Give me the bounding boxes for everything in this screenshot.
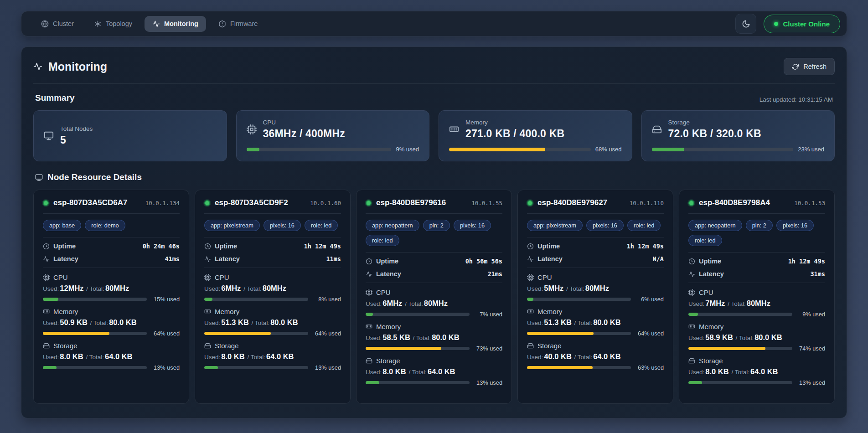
cpu-metric-label: CPU: [527, 273, 664, 281]
card-label: CPU: [263, 119, 345, 126]
percent-label: 64% used: [636, 330, 664, 337]
progress-row: 64% used: [527, 330, 664, 337]
tab-label: Topology: [106, 20, 132, 27]
cpu-metric: CPU Used:7MHz / Total:80MHz 9% used: [688, 289, 825, 318]
storage-values: Used:8.0 KB / Total:64.0 KB: [204, 352, 341, 361]
latency-label: Latency: [366, 270, 401, 278]
progress-bar: [527, 332, 631, 335]
cpu-metric: CPU Used:5MHz / Total:80MHz 6% used: [527, 273, 664, 303]
tab-firmware[interactable]: Firmware: [211, 16, 265, 32]
tab-topology[interactable]: Topology: [86, 16, 140, 32]
nodes-section-heading: Node Resource Details: [35, 172, 833, 182]
memory-values: Used:51.3 KB / Total:80.0 KB: [204, 318, 341, 327]
node-ip: 10.0.1.60: [310, 200, 341, 206]
nav-tabs: Cluster Topology Monitoring Firmware: [28, 16, 265, 32]
percent-label: 23% used: [798, 146, 824, 153]
progress-row: 15% used: [43, 296, 180, 303]
card-value: 36MHz / 400MHz: [263, 128, 345, 140]
progress-bar: [527, 298, 631, 301]
hard-drive-icon: [43, 342, 50, 349]
tab-cluster[interactable]: Cluster: [33, 16, 82, 32]
storage-metric: Storage Used:8.0 KB / Total:64.0 KB 13% …: [204, 342, 341, 371]
progress-bar: [366, 313, 470, 316]
storage-values: Used:40.0 KB / Total:64.0 KB: [527, 352, 664, 361]
node-metrics: CPU Used:6MHz / Total:80MHz 7% used Memo…: [366, 283, 502, 386]
page-title: Monitoring: [33, 60, 107, 73]
memory-values: Used:58.5 KB / Total:80.0 KB: [366, 333, 502, 342]
progress-row: 7% used: [366, 311, 502, 318]
progress-row: 9% used: [688, 311, 825, 318]
node-card: esp-807D3A5CD9F2 10.0.1.60 app: pixelstr…: [195, 190, 351, 404]
memory-icon: [204, 308, 211, 315]
memory-metric: Memory Used:58.5 KB / Total:80.0 KB 73% …: [366, 323, 502, 352]
node-metrics: CPU Used:5MHz / Total:80MHz 6% used Memo…: [527, 268, 664, 371]
storage-metric: Storage Used:40.0 KB / Total:64.0 KB 63%…: [527, 342, 664, 371]
tag-badge: pin: 2: [746, 220, 773, 231]
node-name: esp-840D8E9798A4: [699, 198, 770, 207]
tag-badge: pixels: 16: [586, 220, 624, 231]
tag-badge: role: demo: [85, 220, 125, 231]
memory-metric-label: Memory: [366, 323, 502, 330]
progress-bar: [43, 366, 147, 369]
latency-label: Latency: [204, 255, 240, 263]
activity-icon: [527, 256, 534, 263]
percent-label: 64% used: [151, 330, 180, 337]
refresh-label: Refresh: [803, 63, 827, 70]
hard-drive-icon: [204, 342, 211, 349]
cpu-metric: CPU Used:6MHz / Total:80MHz 8% used: [204, 273, 341, 303]
uptime-row: Uptime 1h 12m 49s: [688, 258, 825, 265]
storage-metric-label: Storage: [366, 357, 502, 365]
progress-row: 8% used: [204, 296, 341, 303]
latency-row: Latency 41ms: [43, 255, 180, 263]
percent-label: 9% used: [797, 311, 825, 318]
tag-list: app: pixelstreampixels: 16role: led: [204, 214, 341, 237]
progress-row: 23% used: [652, 146, 825, 153]
percent-label: 7% used: [474, 311, 502, 318]
online-status-dot: [688, 200, 694, 206]
node-card-header: esp-840D8E979616 10.0.1.55: [366, 198, 502, 214]
monitoring-panel: Monitoring Refresh Summary Last updated:…: [21, 46, 847, 418]
progress-row: 64% used: [43, 330, 180, 337]
hard-drive-icon: [688, 357, 695, 364]
percent-label: 68% used: [595, 146, 622, 153]
percent-label: 64% used: [313, 330, 341, 337]
latency-label: Latency: [527, 255, 563, 263]
summary-header: Summary Last updated: 10:31:15 AM: [35, 93, 833, 103]
refresh-button[interactable]: Refresh: [784, 58, 835, 75]
tag-badge: app: neopattern: [366, 220, 419, 231]
tab-monitoring[interactable]: Monitoring: [145, 16, 206, 32]
cpu-metric: CPU Used:12MHz / Total:80MHz 15% used: [43, 273, 180, 303]
memory-metric: Memory Used:51.3 KB / Total:80.0 KB 64% …: [527, 308, 664, 337]
latency-value: 41ms: [165, 255, 180, 263]
cpu-metric: CPU Used:6MHz / Total:80MHz 7% used: [366, 289, 502, 318]
progress-row: 73% used: [366, 345, 502, 352]
globe-icon: [41, 20, 49, 28]
summary-card-total-nodes: Total Nodes 5: [33, 110, 227, 161]
progress-bar: [247, 148, 392, 151]
theme-toggle-button[interactable]: [735, 14, 756, 34]
progress-row: 9% used: [247, 146, 419, 153]
cluster-status-pill[interactable]: Cluster Online: [764, 15, 840, 33]
node-card-header: esp-807D3A5CD9F2 10.0.1.60: [204, 198, 341, 214]
progress-bar: [366, 381, 470, 384]
progress-bar: [449, 148, 591, 151]
uptime-row: Uptime 0h 24m 46s: [43, 242, 180, 250]
tag-badge: role: led: [627, 220, 661, 231]
last-updated: Last updated: 10:31:15 AM: [760, 96, 833, 103]
node-ip: 10.0.1.55: [471, 200, 502, 206]
progress-row: 6% used: [527, 296, 664, 303]
memory-values: Used:50.9 KB / Total:80.0 KB: [43, 318, 180, 327]
activity-icon: [43, 256, 50, 263]
node-stats-rows: Uptime 0h 24m 46s Latency 41ms: [43, 237, 180, 268]
uptime-row: Uptime 1h 12m 49s: [204, 242, 341, 250]
clock-icon: [366, 258, 372, 265]
activity-icon: [688, 271, 695, 278]
memory-metric-label: Memory: [43, 308, 180, 315]
cpu-metric-label: CPU: [366, 289, 502, 296]
progress-bar: [204, 298, 308, 301]
memory-icon: [449, 124, 459, 134]
activity-icon: [152, 20, 160, 28]
memory-icon: [43, 308, 50, 315]
cpu-icon: [527, 274, 534, 281]
tag-list: app: baserole: demo: [43, 214, 180, 237]
